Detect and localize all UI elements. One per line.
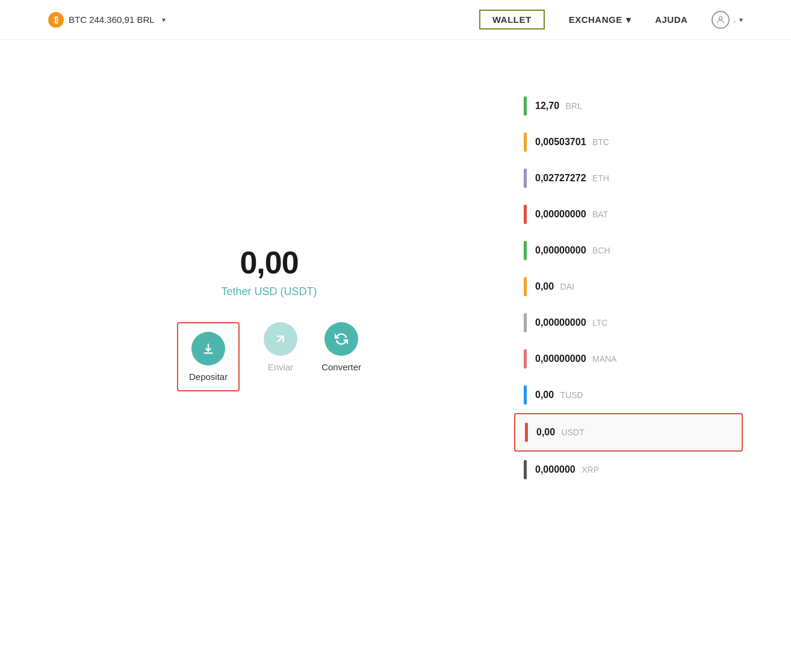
user-avatar-icon (712, 11, 730, 29)
wallet-balance-amount: 0,00 (240, 244, 298, 281)
balance-row-bat[interactable]: 0,00000000 BAT (514, 196, 743, 232)
balance-row-ltc[interactable]: 0,00000000 LTC (514, 305, 743, 341)
eth-color-bar (524, 169, 527, 188)
dai-color-bar (524, 277, 527, 296)
user-menu[interactable]: . ▾ (712, 11, 743, 29)
depositar-action[interactable]: Depositar (177, 322, 240, 391)
bch-value: 0,00000000 BCH (535, 245, 610, 256)
main-content: 0,00 Tether USD (USDT) Depositar (0, 40, 791, 524)
btc-value: 0,00503701 BTC (535, 137, 609, 148)
bat-ticker: BAT (592, 210, 608, 219)
header: ₿ BTC 244.360,91 BRL ▾ WALLET EXCHANGE ▾… (0, 0, 791, 40)
tusd-color-bar (524, 385, 527, 405)
balance-row-brl[interactable]: 12,70 BRL (514, 88, 743, 124)
depositar-label: Depositar (189, 372, 228, 382)
bch-color-bar (524, 241, 527, 260)
action-buttons-group: Depositar Enviar (177, 322, 361, 391)
mana-value: 0,00000000 MANA (535, 353, 616, 364)
mana-color-bar (524, 349, 527, 369)
nav-wallet[interactable]: WALLET (479, 10, 545, 30)
dai-value: 0,00 DAI (535, 281, 607, 292)
converter-button[interactable] (324, 322, 358, 356)
btc-ticker: BTC (592, 137, 609, 147)
svg-line-3 (278, 336, 284, 341)
balance-row-dai[interactable]: 0,00 DAI (514, 269, 743, 305)
balance-row-xrp[interactable]: 0,000000 XRP (514, 452, 743, 488)
btc-price-display[interactable]: ₿ BTC 244.360,91 BRL ▾ (48, 12, 166, 28)
wallet-panel: 0,00 Tether USD (USDT) Depositar (48, 76, 490, 488)
mana-ticker: MANA (592, 354, 616, 364)
balance-row-usdt[interactable]: 0,00 USDT (514, 413, 743, 452)
exchange-chevron-icon: ▾ (626, 14, 631, 25)
xrp-color-bar (524, 460, 527, 479)
btc-icon: ₿ (48, 12, 64, 28)
dai-ticker: DAI (560, 282, 574, 291)
converter-action[interactable]: Converter (321, 322, 361, 372)
tusd-value: 0,00 TUSD (535, 390, 607, 400)
brl-value: 12,70 BRL (535, 101, 607, 111)
ltc-color-bar (524, 313, 527, 332)
usdt-ticker: USDT (562, 428, 585, 437)
bch-ticker: BCH (592, 246, 610, 255)
brl-color-bar (524, 96, 527, 116)
bat-color-bar (524, 205, 527, 224)
user-dot: . (733, 15, 736, 24)
enviar-button[interactable] (264, 322, 297, 356)
main-nav: WALLET EXCHANGE ▾ AJUDA . ▾ (479, 10, 743, 30)
nav-ajuda[interactable]: AJUDA (655, 14, 687, 25)
balance-row-btc[interactable]: 0,00503701 BTC (514, 124, 743, 160)
xrp-value: 0,000000 XRP (535, 464, 607, 475)
eth-value: 0,02727272 ETH (535, 173, 609, 184)
eth-ticker: ETH (592, 173, 609, 183)
balance-row-bch[interactable]: 0,00000000 BCH (514, 232, 743, 269)
btc-price-text: BTC 244.360,91 BRL (69, 14, 155, 25)
tusd-ticker: TUSD (560, 390, 583, 400)
usdt-color-bar (525, 423, 528, 442)
balances-panel: 12,70 BRL 0,00503701 BTC 0,02727272 ETH … (514, 76, 743, 488)
wallet-currency-name: Tether USD (USDT) (221, 285, 317, 298)
btc-color-bar (524, 132, 527, 152)
depositar-button[interactable] (191, 332, 225, 366)
bat-value: 0,00000000 BAT (535, 209, 608, 220)
balance-row-mana[interactable]: 0,00000000 MANA (514, 341, 743, 377)
svg-point-0 (719, 16, 722, 19)
balance-row-tusd[interactable]: 0,00 TUSD (514, 377, 743, 413)
xrp-ticker: XRP (582, 465, 599, 474)
converter-label: Converter (321, 362, 361, 372)
usdt-value: 0,00 USDT (536, 427, 609, 438)
enviar-label: Enviar (268, 362, 294, 372)
btc-price-chevron-icon[interactable]: ▾ (162, 16, 166, 24)
user-chevron-icon: ▾ (739, 16, 743, 24)
nav-exchange[interactable]: EXCHANGE ▾ (569, 14, 631, 25)
ltc-ticker: LTC (592, 318, 607, 328)
ltc-value: 0,00000000 LTC (535, 317, 607, 328)
brl-ticker: BRL (565, 101, 582, 111)
balance-row-eth[interactable]: 0,02727272 ETH (514, 160, 743, 196)
enviar-action[interactable]: Enviar (264, 322, 297, 372)
